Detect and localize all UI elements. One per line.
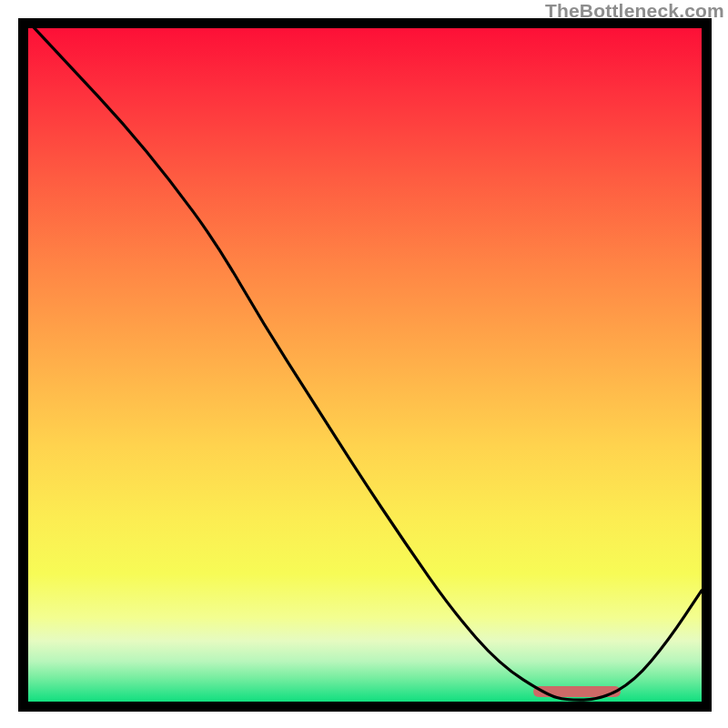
chart-plot-area (28, 28, 702, 702)
chart-frame (18, 18, 712, 712)
chart-curve-svg (28, 28, 702, 702)
bottleneck-curve-path (28, 28, 702, 700)
